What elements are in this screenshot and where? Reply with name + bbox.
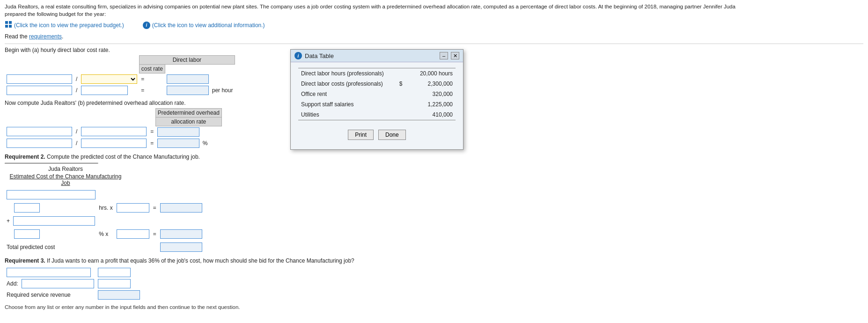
req3-result1[interactable]	[98, 268, 131, 277]
direct-labor-table: Direct labor cost rate / =	[5, 55, 235, 96]
req2-pct-input1[interactable]	[14, 229, 40, 239]
req1a-result2[interactable]	[167, 86, 209, 95]
data-row-value: 410,000	[405, 110, 456, 120]
data-row-prefix	[393, 110, 405, 120]
req1a-result1[interactable]	[167, 74, 209, 84]
req2-bold-label: Requirement 2.	[5, 154, 45, 160]
predetermined-header1: Predetermined overhead	[155, 108, 221, 117]
data-row-value: 20,000 hours	[405, 68, 456, 79]
req3-add-input[interactable]	[22, 279, 94, 288]
req3-section: Requirement 3. If Juda wants to earn a p…	[5, 257, 863, 301]
req1b-result1[interactable]	[157, 127, 199, 137]
data-row-value: 2,300,000	[405, 79, 456, 89]
predetermined-header2: allocation rate	[155, 117, 221, 126]
modal-minimize-btn[interactable]: –	[440, 52, 448, 59]
req1b-input1[interactable]	[7, 127, 72, 136]
grid-icon	[5, 21, 12, 29]
data-table-row: Utilities410,000	[298, 110, 456, 120]
read-label: Read the	[5, 33, 28, 40]
req2-label-rest: Compute the predicted cost of the Chance…	[47, 154, 200, 160]
modal-close-btn[interactable]: ✕	[451, 52, 459, 59]
icon-bar: (Click the icon to view the prepared bud…	[5, 21, 863, 29]
total-label: Total predicted cost	[7, 244, 55, 250]
top-description: Juda Realtors, a real estate consulting …	[5, 3, 754, 18]
hrs-x-label: hrs. x	[97, 202, 114, 213]
req1b-input2[interactable]	[81, 127, 147, 136]
modal-header: i Data Table – ✕	[291, 50, 463, 62]
direct-labor-header2: cost rate	[139, 65, 165, 73]
req2-section: Requirement 2. Compute the predicted cos…	[5, 154, 863, 253]
modal-info-icon: i	[294, 52, 302, 59]
print-button[interactable]: Print	[348, 130, 374, 140]
req1a-input1[interactable]	[7, 74, 72, 84]
company-name: Juda Realtors	[5, 166, 126, 172]
data-table-row: Office rent320,000	[298, 89, 456, 99]
req2-hrs-input1[interactable]	[14, 203, 40, 213]
per-hour-label: per hour	[212, 87, 233, 94]
bid-table: Add: Required service revenue	[5, 267, 142, 301]
job-title: Estimated Cost of the Chance Manufacturi…	[5, 173, 126, 186]
bottom-note: Choose from any list or enter any number…	[5, 304, 863, 310]
req3-title: Requirement 3. If Juda wants to earn a p…	[5, 257, 863, 264]
data-table-row: Direct labor hours (professionals)20,000…	[298, 68, 456, 79]
req1b-input3[interactable]	[7, 139, 72, 148]
add-label: Add:	[7, 280, 18, 287]
req2-hrs-input2[interactable]	[117, 203, 149, 213]
svg-rect-2	[5, 25, 8, 28]
info-icon: i	[143, 22, 150, 29]
req2-pct-result[interactable]	[160, 229, 202, 239]
modal-body: Direct labor hours (professionals)20,000…	[291, 62, 463, 149]
data-table: Direct labor hours (professionals)20,000…	[298, 68, 456, 120]
svg-rect-1	[9, 21, 12, 24]
svg-rect-3	[9, 25, 12, 28]
info-icon-link[interactable]: i (Click the icon to view additional inf…	[143, 21, 265, 29]
modal-title: Data Table	[305, 52, 334, 59]
req3-label-rest: If Juda wants to earn a profit that equa…	[47, 257, 354, 264]
req3-input1[interactable]	[7, 268, 91, 277]
req3-revenue-result[interactable]	[98, 290, 140, 300]
data-row-label: Support staff salaries	[298, 99, 393, 110]
percent-label: %	[203, 140, 208, 147]
done-button[interactable]: Done	[378, 130, 406, 140]
req1a-input3[interactable]	[81, 86, 128, 95]
data-row-prefix	[393, 99, 405, 110]
budget-icon-label: (Click the icon to view the prepared bud…	[14, 22, 124, 29]
req3-bold-label: Requirement 3.	[5, 257, 45, 264]
req2-total-result[interactable]	[160, 242, 202, 252]
req2-line1-input1[interactable]	[7, 190, 96, 199]
req1a-input2[interactable]	[7, 86, 72, 95]
modal-footer: Print Done	[298, 126, 456, 144]
read-requirements: Read the requirements.	[5, 33, 863, 40]
predetermined-table: Predetermined overhead allocation rate /…	[5, 108, 222, 149]
info-icon-label: (Click the icon to view additional infor…	[152, 22, 265, 29]
data-row-label: Office rent	[298, 89, 393, 99]
req2-title: Requirement 2. Compute the predicted cos…	[5, 154, 863, 160]
svg-rect-0	[5, 21, 8, 24]
req3-add-result[interactable]	[98, 279, 131, 288]
data-row-prefix	[393, 68, 405, 79]
plus-label: +	[7, 218, 10, 224]
service-revenue-label: Required service revenue	[7, 292, 71, 298]
requirements-link[interactable]: requirements	[29, 33, 62, 40]
req2-hrs-result[interactable]	[160, 203, 202, 213]
cost-table: hrs. x = + % x =	[5, 189, 204, 253]
data-row-label: Direct labor costs (professionals)	[298, 79, 393, 89]
data-table-row: Direct labor costs (professionals)$2,300…	[298, 79, 456, 89]
direct-labor-header1: Direct labor	[139, 56, 235, 65]
req2-plus-input[interactable]	[13, 216, 95, 226]
req1b-result2[interactable]	[157, 139, 199, 148]
data-row-label: Utilities	[298, 110, 393, 120]
data-row-prefix	[393, 89, 405, 99]
pct-x-label: % x	[97, 228, 114, 240]
data-row-label: Direct labor hours (professionals)	[298, 68, 393, 79]
req1b-input4[interactable]	[81, 139, 147, 148]
data-table-modal: i Data Table – ✕ Direct labor hours (pro…	[290, 49, 463, 150]
req2-pct-input2[interactable]	[117, 229, 149, 239]
data-row-value: 1,225,000	[405, 99, 456, 110]
data-row-value: 320,000	[405, 89, 456, 99]
description-text: Juda Realtors, a real estate consulting …	[5, 4, 736, 17]
req1a-select1[interactable]	[81, 74, 137, 84]
data-table-row: Support staff salaries1,225,000	[298, 99, 456, 110]
budget-icon-link[interactable]: (Click the icon to view the prepared bud…	[5, 21, 124, 29]
data-row-prefix: $	[393, 79, 405, 89]
